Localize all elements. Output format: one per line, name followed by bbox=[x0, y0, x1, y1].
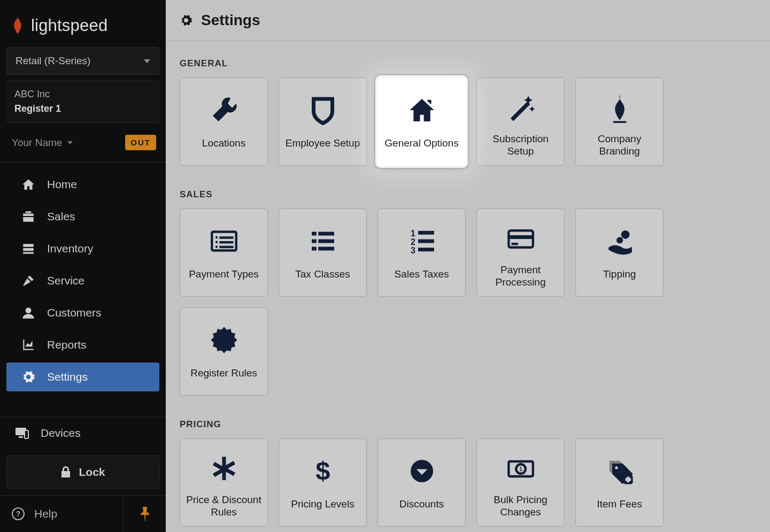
product-selector[interactable]: Retail (R-Series) bbox=[6, 47, 159, 75]
tiles-general: Locations Employee Setup General Options… bbox=[180, 78, 756, 166]
svg-text:1: 1 bbox=[519, 466, 522, 472]
home-icon bbox=[21, 178, 35, 191]
tile-sales-taxes[interactable]: 123 Sales Taxes bbox=[378, 209, 466, 297]
user-row: Your Name OUT bbox=[0, 123, 166, 162]
svg-text:?: ? bbox=[16, 510, 21, 518]
tile-register-rules[interactable]: Register Rules bbox=[180, 307, 268, 396]
tile-payment-processing[interactable]: Payment Processing bbox=[476, 209, 565, 297]
nav-label: Reports bbox=[47, 338, 87, 351]
svg-rect-17 bbox=[312, 247, 317, 251]
wand-icon bbox=[506, 91, 536, 125]
asterisk-icon bbox=[209, 452, 239, 486]
nav-label: Customers bbox=[47, 306, 102, 319]
nav-devices[interactable]: Devices bbox=[0, 417, 166, 449]
tile-label: Payment Processing bbox=[482, 264, 559, 289]
svg-rect-2 bbox=[19, 436, 23, 438]
section-general: GENERAL Locations Employee Setup General… bbox=[166, 41, 770, 172]
tile-label: Payment Types bbox=[189, 268, 259, 281]
form-list-icon bbox=[209, 222, 239, 260]
nav-service[interactable]: Service bbox=[6, 266, 159, 295]
tile-label: Tax Classes bbox=[295, 268, 350, 281]
svg-rect-26 bbox=[509, 235, 533, 239]
tile-label: Item Fees bbox=[597, 498, 642, 511]
wrench-icon bbox=[209, 91, 239, 129]
tile-locations[interactable]: Locations bbox=[180, 78, 268, 166]
tile-price-discount-rules[interactable]: Price & Discount Rules bbox=[180, 438, 268, 527]
product-label: Retail (R-Series) bbox=[16, 55, 90, 67]
register-name: Register 1 bbox=[14, 102, 151, 116]
tile-general-options[interactable]: General Options bbox=[378, 78, 466, 166]
nav-label: Home bbox=[47, 178, 77, 191]
lock-label: Lock bbox=[79, 466, 105, 479]
register-icon bbox=[21, 210, 35, 223]
lock-icon bbox=[60, 466, 71, 479]
svg-text:1: 1 bbox=[411, 229, 415, 238]
primary-nav: Home Sales Inventory Service Customers R… bbox=[0, 163, 166, 391]
tile-company-branding[interactable]: Company Branding bbox=[575, 78, 664, 166]
nav-customers[interactable]: Customers bbox=[6, 298, 159, 327]
section-pricing: PRICING Price & Discount Rules $ Pricing… bbox=[166, 402, 770, 532]
location-card[interactable]: ABC Inc Register 1 bbox=[6, 80, 159, 123]
tipping-icon bbox=[605, 222, 635, 260]
nav-sales[interactable]: Sales bbox=[6, 202, 159, 231]
gear-icon bbox=[21, 370, 35, 384]
svg-rect-8 bbox=[219, 236, 233, 238]
tile-payment-types[interactable]: Payment Types bbox=[180, 209, 268, 297]
tile-subscription-setup[interactable]: Subscription Setup bbox=[476, 78, 565, 166]
pin-button[interactable] bbox=[123, 496, 166, 532]
user-name: Your Name bbox=[12, 137, 62, 149]
svg-rect-14 bbox=[318, 232, 334, 236]
main: Settings GENERAL Locations Employee Setu… bbox=[166, 0, 770, 532]
tile-label: Tipping bbox=[603, 268, 636, 281]
help-button[interactable]: ? Help bbox=[0, 496, 123, 532]
nav-settings[interactable]: Settings bbox=[6, 363, 159, 391]
tile-label: Subscription Setup bbox=[482, 133, 559, 158]
tile-label: Register Rules bbox=[190, 367, 257, 380]
svg-rect-22 bbox=[418, 240, 434, 243]
devices-label: Devices bbox=[41, 427, 81, 440]
nav-label: Settings bbox=[47, 371, 88, 383]
house-icon bbox=[407, 91, 437, 129]
gear-icon bbox=[180, 14, 192, 27]
svg-point-9 bbox=[215, 241, 217, 243]
list-icon bbox=[308, 222, 338, 260]
tile-label: Sales Taxes bbox=[394, 268, 449, 281]
tile-label: General Options bbox=[384, 137, 458, 150]
tile-label: Price & Discount Rules bbox=[186, 494, 262, 519]
tile-discounts[interactable]: Discounts bbox=[378, 438, 466, 527]
tile-label: Company Branding bbox=[581, 133, 658, 158]
lock-button[interactable]: Lock bbox=[6, 456, 159, 489]
svg-rect-16 bbox=[318, 240, 334, 243]
chart-icon bbox=[21, 338, 35, 352]
section-heading: SALES bbox=[180, 189, 756, 200]
tile-bulk-pricing-changes[interactable]: 1 Bulk Pricing Changes bbox=[476, 438, 565, 527]
brand-word: lightspeed bbox=[31, 16, 107, 35]
svg-rect-12 bbox=[219, 246, 233, 248]
svg-point-28 bbox=[621, 230, 629, 239]
nav-reports[interactable]: Reports bbox=[6, 330, 159, 359]
svg-point-0 bbox=[26, 307, 32, 313]
svg-rect-27 bbox=[511, 243, 518, 245]
drawer-icon bbox=[21, 242, 35, 256]
tile-label: Employee Setup bbox=[286, 137, 360, 150]
flame-icon bbox=[605, 91, 635, 125]
section-heading: GENERAL bbox=[180, 58, 756, 69]
tile-employee-setup[interactable]: Employee Setup bbox=[279, 78, 367, 166]
nav-home[interactable]: Home bbox=[6, 170, 159, 199]
tile-tax-classes[interactable]: Tax Classes bbox=[279, 209, 367, 297]
section-sales: SALES Payment Types Tax Classes 123 Sale… bbox=[166, 172, 770, 402]
tile-label: Bulk Pricing Changes bbox=[482, 494, 559, 519]
tile-tipping[interactable]: Tipping bbox=[575, 209, 664, 297]
nav-label: Sales bbox=[47, 210, 75, 223]
user-icon bbox=[21, 306, 35, 320]
pin-icon bbox=[140, 507, 150, 521]
user-menu[interactable]: Your Name bbox=[12, 137, 73, 149]
numbered-list-icon: 123 bbox=[407, 222, 437, 260]
nav-inventory[interactable]: Inventory bbox=[6, 234, 159, 263]
tile-pricing-levels[interactable]: $ Pricing Levels bbox=[279, 438, 367, 527]
flame-icon bbox=[10, 15, 26, 36]
clock-status-badge[interactable]: OUT bbox=[125, 135, 156, 150]
svg-point-7 bbox=[215, 236, 217, 238]
tile-item-fees[interactable]: Item Fees bbox=[575, 438, 664, 527]
svg-point-29 bbox=[616, 237, 622, 243]
